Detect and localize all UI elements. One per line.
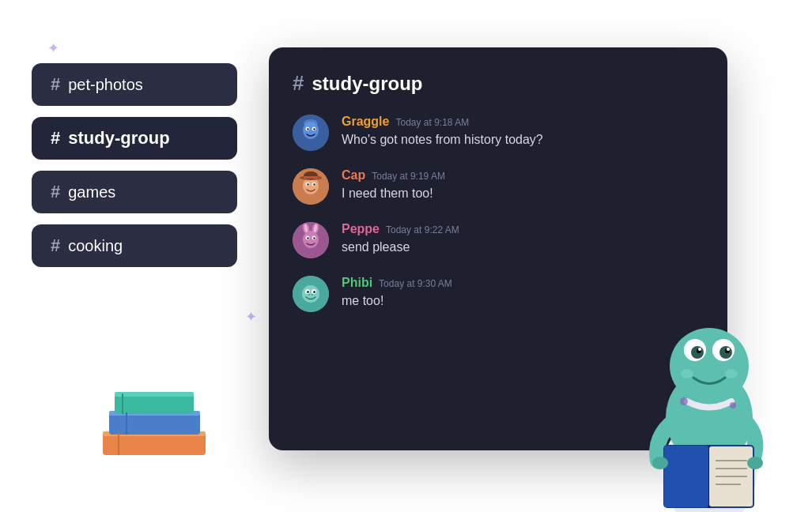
svg-point-64 (652, 457, 668, 469)
svg-point-41 (308, 294, 310, 296)
message-content-graggle: Graggle Today at 9:18 AM Who's got notes… (342, 115, 543, 149)
message-cap: Cap Today at 9:19 AM I need them too! (293, 168, 704, 205)
avatar-phibi (293, 276, 329, 312)
avatar-graggle (293, 115, 329, 151)
svg-point-14 (313, 128, 315, 130)
hash-icon: # (51, 74, 60, 95)
message-header-graggle: Graggle Today at 9:18 AM (342, 115, 543, 129)
svg-point-53 (727, 348, 730, 351)
svg-point-45 (670, 328, 749, 404)
svg-point-69 (730, 402, 736, 408)
message-text-graggle: Who's got notes from history today? (342, 131, 543, 149)
books-illustration (95, 370, 221, 465)
channel-item-games[interactable]: # games (32, 171, 237, 213)
svg-point-36 (302, 285, 319, 303)
message-text-phibi: me too! (342, 292, 452, 310)
channel-label: cooking (68, 237, 123, 255)
channel-item-pet-photos[interactable]: # pet-photos (32, 63, 237, 106)
message-content-cap: Cap Today at 9:19 AM I need them too! (342, 168, 445, 202)
frog-character-illustration (630, 291, 788, 512)
username-peppe: Peppe (342, 222, 380, 236)
svg-point-29 (307, 237, 308, 239)
username-graggle: Graggle (342, 115, 389, 129)
sparkle-decoration-1: ✦ (47, 40, 59, 57)
svg-point-40 (313, 291, 315, 293)
chat-title: study-group (312, 73, 422, 95)
message-text-peppe: send please (342, 239, 459, 256)
timestamp-phibi: Today at 9:30 AM (379, 278, 452, 289)
hash-icon: # (51, 128, 60, 149)
message-graggle: Graggle Today at 9:18 AM Who's got notes… (293, 115, 704, 151)
svg-point-15 (304, 119, 318, 127)
svg-point-65 (747, 457, 763, 469)
channel-list: # pet-photos # study-group # games # coo… (32, 63, 237, 267)
chat-header: # study-group (293, 71, 704, 96)
message-content-phibi: Phibi Today at 9:30 AM me too! (342, 276, 452, 310)
svg-rect-5 (115, 392, 194, 397)
svg-point-13 (307, 128, 308, 130)
svg-point-20 (307, 183, 308, 185)
svg-rect-2 (109, 412, 200, 435)
message-text-cap: I need them too! (342, 185, 445, 202)
chat-hash-icon: # (293, 71, 304, 96)
avatar-cap (293, 168, 329, 205)
message-peppe: Peppe Today at 9:22 AM send please (293, 222, 704, 258)
svg-point-30 (313, 237, 315, 239)
message-content-peppe: Peppe Today at 9:22 AM send please (342, 222, 459, 256)
hash-icon: # (51, 235, 60, 256)
svg-point-55 (725, 369, 738, 378)
svg-point-68 (680, 397, 688, 405)
svg-point-42 (312, 294, 313, 296)
channel-item-study-group[interactable]: # study-group (32, 117, 237, 160)
messages-list: Graggle Today at 9:18 AM Who's got notes… (293, 115, 704, 312)
svg-point-54 (681, 369, 693, 378)
svg-point-52 (698, 348, 701, 351)
hash-icon: # (51, 182, 60, 202)
message-header-cap: Cap Today at 9:19 AM (342, 168, 445, 183)
timestamp-graggle: Today at 9:18 AM (395, 117, 469, 128)
sparkle-decoration-2: ✦ (245, 308, 257, 326)
message-header-peppe: Peppe Today at 9:22 AM (342, 222, 459, 236)
svg-rect-24 (304, 176, 318, 179)
svg-point-21 (313, 183, 315, 185)
svg-point-39 (307, 291, 309, 293)
message-header-phibi: Phibi Today at 9:30 AM (342, 276, 452, 290)
timestamp-peppe: Today at 9:22 AM (386, 224, 459, 235)
channel-label: games (68, 183, 115, 201)
channel-label: study-group (68, 128, 169, 149)
channel-label: pet-photos (68, 76, 143, 94)
username-cap: Cap (342, 168, 365, 183)
timestamp-cap: Today at 9:19 AM (372, 171, 445, 182)
svg-rect-58 (664, 446, 708, 507)
channel-item-cooking[interactable]: # cooking (32, 224, 237, 267)
username-phibi: Phibi (342, 276, 372, 290)
avatar-peppe (293, 222, 329, 258)
